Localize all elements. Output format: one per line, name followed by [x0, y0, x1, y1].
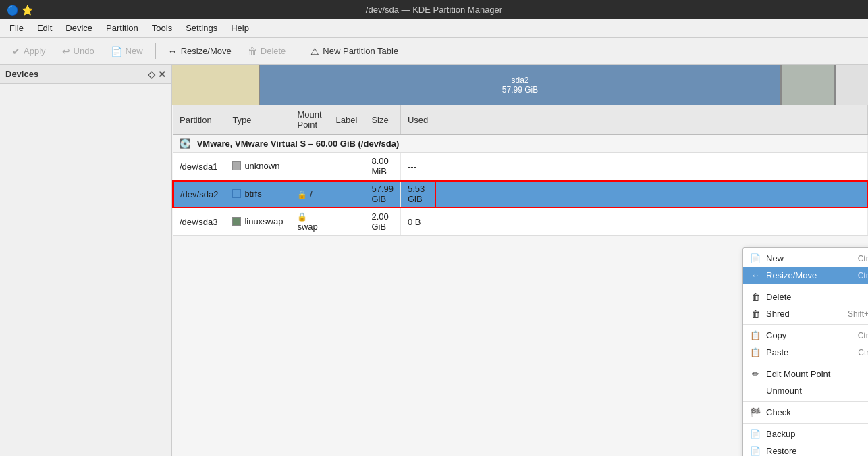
- ctx-divider-2: [743, 324, 868, 325]
- menu-file[interactable]: File: [3, 21, 30, 35]
- resize-move-icon: ↔: [168, 46, 178, 57]
- titlebar: 🔵 ⭐ /dev/sda — KDE Partition Manager: [0, 0, 868, 19]
- table-row[interactable]: /dev/sda3 linuxswap 🔒 swap 2.00: [173, 208, 868, 236]
- ctx-resize-move[interactable]: ↔ Resize/Move Ctrl+R: [743, 267, 868, 284]
- disk-part-sda1: [172, 65, 260, 105]
- menu-help[interactable]: Help: [224, 21, 256, 35]
- ctx-backup[interactable]: 📄 Backup: [743, 426, 868, 442]
- undo-button[interactable]: ↩ Undo: [55, 43, 101, 59]
- app-icon-2: ⭐: [22, 5, 31, 14]
- partition-type: linuxswap: [225, 208, 290, 236]
- partition-used: 0 B: [400, 208, 435, 236]
- ctx-restore-label: 📄 Restore: [750, 446, 797, 456]
- menu-tools[interactable]: Tools: [145, 21, 179, 35]
- partition-used: ---: [400, 153, 435, 180]
- sidebar-content: [0, 84, 171, 456]
- disk-part-sda3: [780, 65, 834, 105]
- partition-mount: [290, 153, 329, 180]
- ctx-divider-3: [743, 363, 868, 363]
- new-icon: 📄: [111, 46, 122, 57]
- col-mount-point: Mount Point: [290, 105, 329, 134]
- col-label: Label: [329, 105, 364, 134]
- ctx-paste-shortcut: Ctrl+V: [858, 348, 868, 357]
- partition-size: 57.99 GiB: [364, 180, 401, 208]
- table-row[interactable]: /dev/sda2 btrfs 🔒 / 57.99 GiB: [173, 180, 868, 208]
- ctx-shred-shortcut: Shift+Del: [848, 309, 868, 319]
- apply-button[interactable]: ✔ Apply: [5, 43, 53, 59]
- ctx-check-icon: 🏁: [750, 407, 761, 417]
- device-row: 💽 VMware, VMware Virtual S – 60.00 GiB (…: [173, 134, 868, 153]
- sidebar-title: Devices: [5, 69, 38, 79]
- resize-move-button[interactable]: ↔ Resize/Move: [161, 43, 238, 59]
- ctx-check[interactable]: 🏁 Check: [743, 404, 868, 421]
- device-label: 💽 VMware, VMware Virtual S – 60.00 GiB (…: [173, 134, 868, 153]
- ctx-new[interactable]: 📄 New Ctrl+N: [743, 250, 868, 267]
- ctx-shred-icon: 🗑: [750, 309, 761, 319]
- new-partition-table-button[interactable]: ⚠ New Partition Table: [304, 43, 405, 59]
- type-badge: unknown: [232, 161, 279, 171]
- partition-name: /dev/sda1: [173, 153, 225, 180]
- ctx-edit-mount-label: ✏ Edit Mount Point: [750, 369, 830, 379]
- ctx-new-label: 📄 New: [750, 253, 784, 263]
- type-badge: linuxswap: [232, 216, 283, 226]
- ctx-new-shortcut: Ctrl+N: [858, 254, 868, 263]
- new-partition-table-label: New Partition Table: [323, 46, 398, 56]
- ctx-shred[interactable]: 🗑 Shred Shift+Del: [743, 305, 868, 322]
- col-size: Size: [364, 105, 401, 134]
- sidebar-header-icons: ◇ ✕: [148, 69, 166, 80]
- partition-label: [329, 208, 364, 236]
- ctx-edit-mount[interactable]: ✏ Edit Mount Point: [743, 365, 868, 382]
- type-box-icon: [232, 217, 241, 226]
- menu-settings[interactable]: Settings: [179, 21, 224, 35]
- menu-partition[interactable]: Partition: [99, 21, 145, 35]
- close-icon[interactable]: ✕: [158, 69, 166, 80]
- partition-type: unknown: [225, 153, 290, 180]
- ctx-unmount[interactable]: Unmount: [743, 382, 868, 399]
- partition-name: /dev/sda2: [173, 180, 225, 208]
- context-menu: 📄 New Ctrl+N ↔ Resize/Move Ctrl+R 🗑 Dele…: [742, 247, 868, 456]
- col-extra: [435, 105, 868, 134]
- disk-visual: sda2 57.99 GiB: [172, 65, 868, 105]
- pin-icon[interactable]: ◇: [148, 69, 155, 80]
- disk-part-end: [834, 65, 868, 105]
- device-icon: 💽: [180, 138, 190, 149]
- lock-icon: 🔒: [297, 212, 307, 222]
- ctx-divider-1: [743, 286, 868, 286]
- window-title: /dev/sda — KDE Partition Manager: [366, 5, 502, 15]
- menubar: File Edit Device Partition Tools Setting…: [0, 19, 868, 38]
- sidebar-header: Devices ◇ ✕: [0, 65, 171, 84]
- partition-mount: 🔒 swap: [290, 208, 329, 236]
- delete-icon: 🗑: [248, 46, 257, 57]
- ctx-resize-move-label: ↔ Resize/Move: [750, 270, 817, 280]
- ctx-backup-label: 📄 Backup: [750, 429, 795, 439]
- sidebar: Devices ◇ ✕: [0, 65, 172, 456]
- col-used: Used: [400, 105, 435, 134]
- table-header-row: Partition Type Mount Point Label Size Us…: [173, 105, 868, 134]
- menu-edit[interactable]: Edit: [30, 21, 59, 35]
- table-row[interactable]: /dev/sda1 unknown 8.00 MiB ---: [173, 153, 868, 180]
- ctx-resize-move-icon: ↔: [750, 270, 761, 280]
- menu-device[interactable]: Device: [59, 21, 99, 35]
- new-button[interactable]: 📄 New: [104, 43, 150, 59]
- sda2-label: sda2: [511, 76, 528, 85]
- ctx-paste[interactable]: 📋 Paste Ctrl+V: [743, 344, 868, 361]
- type-box-icon: [232, 189, 241, 198]
- ctx-delete[interactable]: 🗑 Delete Del: [743, 288, 868, 305]
- ctx-delete-label: 🗑 Delete: [750, 292, 792, 302]
- content-area: sda2 57.99 GiB Partition Type Mount Poin…: [172, 65, 868, 456]
- ctx-backup-icon: 📄: [750, 429, 761, 439]
- ctx-delete-icon: 🗑: [750, 292, 761, 302]
- partition-size: 8.00 MiB: [364, 153, 401, 180]
- type-box-icon: [232, 161, 241, 170]
- ctx-copy[interactable]: 📋 Copy Ctrl+C: [743, 327, 868, 344]
- delete-button[interactable]: 🗑 Delete: [241, 43, 293, 59]
- partition-used: 5.53 GiB: [400, 180, 435, 208]
- device-name: VMware, VMware Virtual S – 60.00 GiB (/d…: [197, 138, 400, 149]
- partition-label: [329, 153, 364, 180]
- partition-type: btrfs: [225, 180, 290, 208]
- partition-name: /dev/sda3: [173, 208, 225, 236]
- ctx-check-label: 🏁 Check: [750, 407, 791, 417]
- ctx-restore[interactable]: 📄 Restore: [743, 442, 868, 456]
- sda2-size: 57.99 GiB: [502, 85, 538, 95]
- partition-extra: [435, 180, 868, 208]
